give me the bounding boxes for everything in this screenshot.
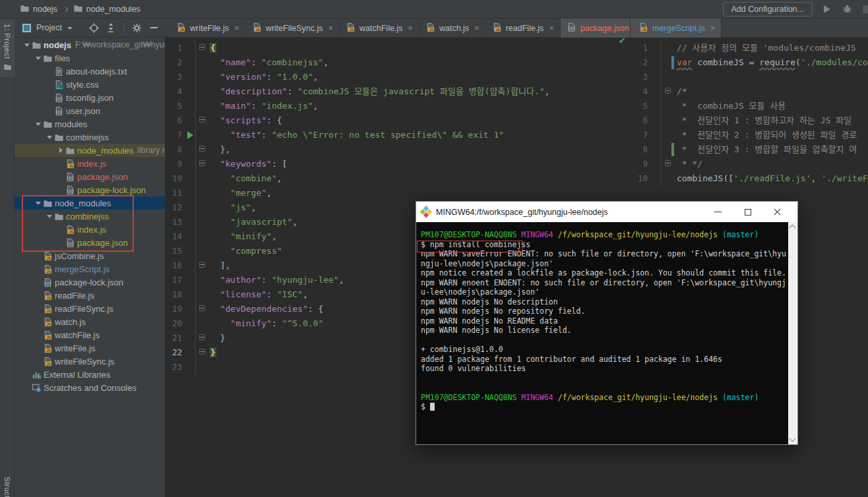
tree-item-index.js[interactable]: JSindex.js xyxy=(15,157,165,170)
tree-item-mergeScript.js[interactable]: JSmergeScript.js xyxy=(15,262,165,276)
tree-expand-icon[interactable] xyxy=(34,202,43,205)
fold-marker-icon[interactable] xyxy=(199,349,205,355)
tree-expand-icon[interactable] xyxy=(45,215,54,218)
tree-item-about-nodejs.txt[interactable]: about-nodejs.txt xyxy=(15,65,165,78)
code-line-1: 1// 사용자 정의 모듈 'modules/combineJS xyxy=(631,41,868,55)
tree-item-jsCombine.js[interactable]: JSjsCombine.js xyxy=(15,249,165,262)
project-view-title[interactable]: Project xyxy=(36,23,62,32)
fold-marker-icon[interactable] xyxy=(199,160,205,166)
tab-watch.js[interactable]: JSwatch.js× xyxy=(419,18,486,38)
terminal-output[interactable]: PM107@DESKTOP-NAQQ8NS MINGW64 /f/workspa… xyxy=(416,222,797,444)
terminal-line: npm WARN nodejs No license field. xyxy=(421,326,784,336)
tree-item-modules[interactable]: modules xyxy=(15,117,165,131)
run-icon[interactable] xyxy=(822,4,832,15)
fold-marker-icon[interactable] xyxy=(199,334,205,340)
tree-item-package.json[interactable]: {@}package.json xyxy=(15,236,165,249)
tree-item-node_modules[interactable]: node_modules xyxy=(15,196,165,210)
tree-item-suffix: library ro xyxy=(137,146,165,155)
tree-item-External Libraries[interactable]: External Libraries xyxy=(15,368,165,381)
debug-bug-icon[interactable] xyxy=(842,4,852,15)
line-number: 2 xyxy=(165,55,182,70)
breadcrumb-item[interactable]: node_modules xyxy=(73,3,140,15)
tree-expand-icon[interactable] xyxy=(22,44,32,47)
maximize-button[interactable] xyxy=(733,202,762,222)
tree-item-index.js[interactable]: JSindex.js xyxy=(15,223,165,236)
close-icon[interactable]: × xyxy=(710,23,716,33)
fold-marker-icon[interactable] xyxy=(199,117,205,123)
tree-expand-icon[interactable] xyxy=(34,57,43,60)
line-number: 3 xyxy=(165,70,182,84)
json-icon: {@} xyxy=(65,238,77,248)
clipped-toolbar-icon[interactable] xyxy=(861,4,868,15)
svg-text:JS: JS xyxy=(69,163,74,167)
tree-item-style.css[interactable]: CSSstyle.css xyxy=(15,78,165,91)
json-icon: {@} xyxy=(43,278,55,287)
hide-panel-icon[interactable] xyxy=(148,22,160,34)
settings-gear-icon[interactable] xyxy=(131,22,142,34)
tab-watchFile.js[interactable]: JSwatchFile.js× xyxy=(340,18,419,38)
tree-item-nodejs[interactable]: nodejsF:₩workspace_git₩hyung xyxy=(15,38,165,51)
close-button[interactable] xyxy=(762,202,792,222)
tree-item-Scratches and Consoles[interactable]: Scratches and Consoles xyxy=(15,381,165,394)
tree-item-user.json[interactable]: {@}user.json xyxy=(15,104,165,117)
fold-marker-icon[interactable] xyxy=(199,146,205,152)
tree-item-package-lock.json[interactable]: {@}package-lock.json xyxy=(15,183,165,196)
code-line-2: 2var combineJS = require('./modules/co xyxy=(631,55,868,70)
tree-item-readFileSync.js[interactable]: JSreadFileSync.js xyxy=(15,302,165,315)
breadcrumb-item[interactable]: nodejs xyxy=(20,3,57,15)
tree-expand-icon[interactable] xyxy=(56,148,65,153)
tree-item-tsconfig.json[interactable]: {@}tsconfig.json xyxy=(15,91,165,104)
tool-window-tab-project-label: 1: Project xyxy=(3,24,11,59)
minimize-button[interactable] xyxy=(703,202,733,222)
collapse-all-icon[interactable] xyxy=(105,22,117,34)
tree-expand-icon[interactable] xyxy=(34,123,43,126)
line-number: 12 xyxy=(165,200,182,215)
chevron-down-icon[interactable] xyxy=(67,27,73,30)
tree-item-watchFile.js[interactable]: JSwatchFile.js xyxy=(15,328,165,341)
close-icon[interactable]: × xyxy=(328,23,333,33)
tree-item-writeFile.js[interactable]: JSwriteFile.js xyxy=(15,341,165,355)
tab-writeFile.js[interactable]: JSwriteFile.js× xyxy=(170,18,246,38)
fold-marker-icon[interactable] xyxy=(199,44,205,50)
close-icon[interactable]: × xyxy=(234,23,239,33)
svg-text:JS: JS xyxy=(47,361,51,365)
folder-icon xyxy=(65,146,77,156)
line-number: 4 xyxy=(165,84,182,99)
close-icon[interactable]: × xyxy=(549,23,554,33)
js-icon: JS xyxy=(43,251,55,261)
tool-window-tab-structure[interactable]: Structure xyxy=(0,473,15,497)
tool-window-tab-project[interactable]: 1: Project xyxy=(0,20,15,77)
terminal-scrollbar[interactable] xyxy=(788,222,797,444)
close-icon[interactable]: × xyxy=(474,23,480,33)
tool-window-tab-structure-label: Structure xyxy=(3,477,11,497)
tree-expand-icon[interactable] xyxy=(45,136,54,139)
tree-item-node_modules[interactable]: node_moduleslibrary ro xyxy=(15,144,165,157)
fold-marker-icon[interactable] xyxy=(665,88,671,94)
close-icon[interactable]: × xyxy=(408,23,413,33)
tree-item-watch.js[interactable]: JSwatch.js xyxy=(15,315,165,328)
tree-item-readFile.js[interactable]: JSreadFile.js xyxy=(15,289,165,302)
tree-item-files[interactable]: files xyxy=(15,51,165,65)
add-configuration-button[interactable]: Add Configuration... xyxy=(723,2,813,16)
locate-file-icon[interactable] xyxy=(88,22,100,34)
js-icon: JS xyxy=(43,357,55,366)
fold-marker-icon[interactable] xyxy=(199,262,205,268)
line-number: 9 xyxy=(631,157,648,171)
tree-item-package.json[interactable]: {@}package.json xyxy=(15,170,165,183)
tree-item-writeFileSync.js[interactable]: JSwriteFileSync.js xyxy=(15,355,165,368)
run-script-icon[interactable] xyxy=(187,131,193,139)
tab-mergeScript.js[interactable]: JSmergeScript.js× xyxy=(633,18,722,38)
tree-item-combinejss[interactable]: combinejss xyxy=(15,210,165,223)
code-line-1: 1{ xyxy=(165,41,630,55)
terminal-titlebar[interactable]: MINGW64:/f/workspace_git/hyungju-lee/nod… xyxy=(416,202,797,222)
tab-writeFileSync.js[interactable]: JSwriteFileSync.js× xyxy=(246,18,340,38)
tree-item-combinejss[interactable]: combinejss xyxy=(15,131,165,144)
scroll-up-icon[interactable] xyxy=(790,225,796,231)
fold-marker-icon[interactable] xyxy=(199,305,205,311)
code-line-6: 6 "scripts": { xyxy=(165,113,630,128)
scroll-down-icon[interactable] xyxy=(790,436,796,442)
tab-readFile.js[interactable]: JSreadFile.js× xyxy=(486,18,561,38)
tree-item-package-lock.json[interactable]: {@}package-lock.json xyxy=(15,276,165,289)
fold-marker-icon[interactable] xyxy=(665,160,671,166)
folder-icon xyxy=(43,53,55,63)
